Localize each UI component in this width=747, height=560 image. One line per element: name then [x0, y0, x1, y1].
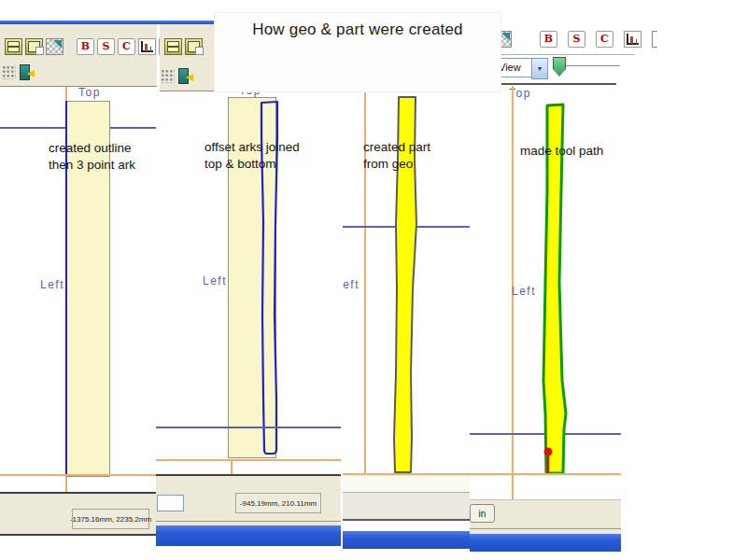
- origin-button[interactable]: in: [470, 504, 495, 523]
- status-bar: [343, 475, 472, 492]
- chart-icon[interactable]: [624, 31, 641, 48]
- chart-icon[interactable]: [138, 38, 156, 55]
- chevron-down-icon[interactable]: ▼: [531, 58, 548, 79]
- status-bar: [343, 492, 472, 521]
- cabinet2-icon[interactable]: [25, 38, 43, 55]
- annotation-text: created outline then 3 point ark: [49, 140, 135, 174]
- toolbar-gap: [66, 39, 74, 54]
- doc-b-icon[interactable]: B: [77, 38, 94, 55]
- doc-c-icon[interactable]: C: [118, 38, 135, 55]
- page-title: How geo & part were created: [215, 21, 500, 39]
- grid-line-vertical: [231, 459, 233, 474]
- view-top-label: Top: [78, 86, 101, 99]
- status-bar: -945.19mm, 210.11mm: [156, 474, 341, 527]
- dot-grid-icon[interactable]: [2, 65, 16, 79]
- viewport-panel-4[interactable]: Top made tool path Left in: [470, 82, 621, 553]
- taskbar-strip: [343, 531, 472, 549]
- exit-door-icon[interactable]: [177, 68, 193, 83]
- annotation-text: offset arks joined top & bottom: [204, 139, 300, 173]
- status-bar: in: [470, 499, 621, 535]
- status-divider: [156, 521, 341, 522]
- doc-s-icon[interactable]: S: [568, 31, 585, 48]
- grid-line-vertical: [512, 86, 514, 523]
- viewport-panel-1[interactable]: Top created outline then 3 point ark Lef…: [0, 86, 157, 539]
- view-left-label: Left: [343, 278, 359, 291]
- doc-b-icon[interactable]: B: [540, 31, 557, 48]
- doc-c-icon[interactable]: C: [596, 31, 613, 48]
- collage-canvas: Top created outline then 3 point ark Lef…: [0, 0, 747, 560]
- slider-thumb[interactable]: [553, 57, 566, 77]
- view-left-label: Left: [203, 274, 227, 287]
- viewport-panel-3[interactable]: created part from geo Left: [343, 82, 472, 551]
- title-box: How geo & part were created: [214, 12, 501, 92]
- taskbar-strip: [156, 525, 341, 546]
- annotation-text: made tool path: [520, 143, 603, 160]
- slider-track[interactable]: [564, 65, 620, 66]
- doc-s-icon[interactable]: S: [97, 38, 115, 55]
- coordinate-input[interactable]: [157, 495, 184, 511]
- annotation-text: created part from geo: [363, 139, 430, 173]
- view-left-label: Left: [40, 278, 64, 291]
- toolbar-bottom-edge: [495, 83, 616, 85]
- cabinet-icon[interactable]: [5, 38, 22, 55]
- geometry-line-horizontal: [156, 427, 341, 428]
- geometry-line-horizontal: [343, 226, 472, 228]
- coordinate-readout: -945.19mm, 210.11mm: [235, 493, 321, 513]
- taskbar-strip: [470, 534, 621, 552]
- toolpath-start-point: [544, 448, 553, 456]
- grid-arrow-icon[interactable]: [46, 38, 63, 55]
- toolbar-gap: [522, 32, 529, 47]
- geometry-line-horizontal: [470, 433, 621, 435]
- exit-door-icon[interactable]: [19, 64, 35, 79]
- toolbar-left-main: BSC⌂: [0, 24, 157, 87]
- grid-line-horizontal: [0, 474, 157, 476]
- cabinet-icon[interactable]: [164, 38, 182, 55]
- partial-icon[interactable]: [652, 31, 657, 48]
- dot-grid-icon[interactable]: [161, 69, 175, 83]
- toolbar-divider: [493, 54, 635, 55]
- view-left-label: Left: [512, 285, 536, 298]
- toolbar-left-secondary: [160, 24, 215, 91]
- coordinate-readout: -1375.16mm, 2235.2mm: [72, 509, 149, 529]
- grid-line-horizontal: [156, 459, 341, 461]
- status-divider: [470, 528, 621, 529]
- viewport-panel-2[interactable]: Top offset arks joined top & bottom Left…: [156, 82, 341, 547]
- status-bar: -1375.16mm, 2235.2mm: [0, 492, 157, 536]
- toolpath-part-shape: [470, 82, 621, 479]
- cabinet2-icon[interactable]: [185, 38, 203, 55]
- grid-line-horizontal: [470, 473, 621, 475]
